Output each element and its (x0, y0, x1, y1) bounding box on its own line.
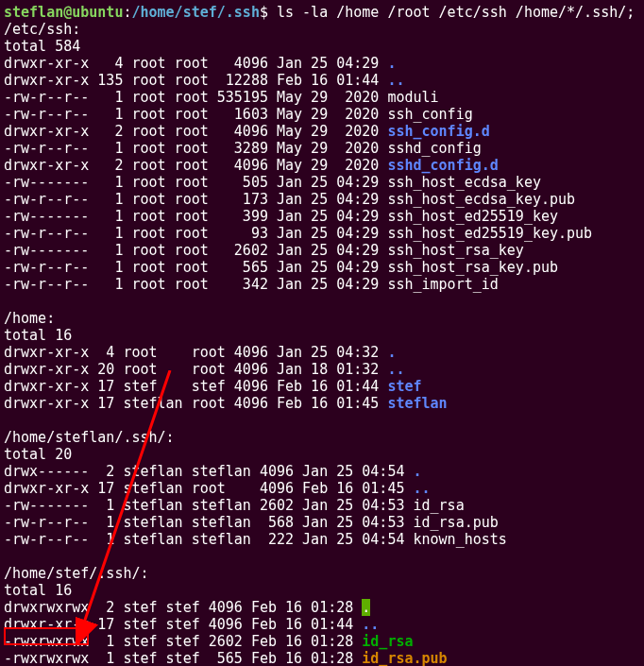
section-header: /home/steflan/.ssh/: (4, 429, 175, 446)
file-row: -rw-r--r-- 1 root root 565 Jan 25 04:29 (4, 259, 387, 276)
file-row: drwxrwxrwx 2 stef stef 4096 Feb 16 01:28 (4, 599, 362, 616)
file-name: ssh_host_ed25519_key (387, 208, 558, 225)
file-row: drwx------ 2 steflan steflan 4096 Jan 25… (4, 463, 413, 480)
file-row: -rwxrwxrwx 1 stef stef 565 Feb 16 01:28 (4, 650, 362, 666)
section-header: /home: (4, 310, 55, 327)
file-name: ssh_host_rsa_key (387, 242, 524, 259)
file-row: drwxr-xr-x 17 stef stef 4096 Feb 16 01:4… (4, 378, 387, 395)
file-name: ssh_host_rsa_key.pub (387, 259, 558, 276)
file-row: drwxr-xr-x 20 root root 4096 Jan 18 01:3… (4, 361, 387, 378)
file-row: drwxr-xr-x 4 root root 4096 Jan 25 04:32 (4, 344, 387, 361)
file-row: -rw-r--r-- 1 root root 342 Jan 25 04:29 (4, 276, 387, 293)
prompt-user: steflan@ubuntu (4, 4, 123, 21)
file-row: -rw-r--r-- 1 root root 535195 May 29 202… (4, 89, 387, 106)
file-name: ssh_config (387, 106, 472, 123)
prompt-path: /home/stef/.ssh (131, 4, 259, 21)
file-name: ssh_host_ecdsa_key (387, 174, 541, 191)
file-name: .. (387, 72, 404, 89)
file-name: .. (362, 616, 379, 633)
file-name: ssh_config.d (387, 123, 489, 140)
file-name: id_rsa.pub (413, 514, 498, 531)
command: ls -la /home /root /etc/ssh /home/*/.ssh… (277, 4, 635, 21)
file-row: -rw------- 1 root root 2602 Jan 25 04:29 (4, 242, 387, 259)
file-name: sshd_config.d (387, 157, 498, 174)
file-name: .. (387, 361, 404, 378)
file-row: drwxr-xr-x 2 root root 4096 May 29 2020 (4, 123, 387, 140)
file-name: steflan (387, 395, 447, 412)
section-total: total 20 (4, 446, 72, 463)
file-row: -rw-r--r-- 1 root root 1603 May 29 2020 (4, 106, 387, 123)
file-name: ssh_host_ecdsa_key.pub (387, 191, 575, 208)
section-total: total 584 (4, 38, 80, 55)
file-row: drwxr-xr-x 17 steflan root 4096 Feb 16 0… (4, 480, 413, 497)
file-name: . (362, 599, 370, 616)
file-row: drwxr-xr-x 17 steflan root 4096 Feb 16 0… (4, 395, 387, 412)
file-row: -rw-r--r-- 1 root root 93 Jan 25 04:29 (4, 225, 387, 242)
file-row: drwxr-xr-x 4 root root 4096 Jan 25 04:29 (4, 55, 387, 72)
section-total: total 16 (4, 582, 72, 599)
terminal-output: steflan@ubuntu:/home/stef/.ssh$ ls -la /… (4, 4, 640, 666)
file-name: .. (413, 480, 430, 497)
file-name: id_rsa.pub (362, 650, 447, 666)
file-name: . (387, 344, 396, 361)
file-name: . (413, 463, 421, 480)
file-row: -rwxrwxrwx 1 stef stef 2602 Feb 16 01:28 (4, 633, 362, 650)
section-header: /home/stef/.ssh/: (4, 565, 149, 582)
file-row: drwxr-xr-x 2 root root 4096 May 29 2020 (4, 157, 387, 174)
section-header: /etc/ssh: (4, 21, 80, 38)
file-name: id_rsa (362, 633, 413, 650)
file-row: -rw-r--r-- 1 root root 3289 May 29 2020 (4, 140, 387, 157)
file-name: ssh_host_ed25519_key.pub (387, 225, 592, 242)
file-row: drwxr-xr-x 135 root root 12288 Feb 16 01… (4, 72, 387, 89)
file-row: -rw-r--r-- 1 steflan steflan 568 Jan 25 … (4, 514, 413, 531)
file-row: -rw------- 1 root root 505 Jan 25 04:29 (4, 174, 387, 191)
section-total: total 16 (4, 327, 72, 344)
file-name: sshd_config (387, 140, 481, 157)
file-name: id_rsa (413, 497, 464, 514)
file-name: moduli (387, 89, 438, 106)
file-row: -rw-r--r-- 1 root root 173 Jan 25 04:29 (4, 191, 387, 208)
file-name: stef (387, 378, 421, 395)
file-row: -rw-r--r-- 1 steflan steflan 222 Jan 25 … (4, 531, 413, 548)
file-row: -rw------- 1 steflan steflan 2602 Jan 25… (4, 497, 413, 514)
file-name: known_hosts (413, 531, 506, 548)
file-row: -rw------- 1 root root 399 Jan 25 04:29 (4, 208, 387, 225)
file-row: drwxr-xr-x 17 stef stef 4096 Feb 16 01:4… (4, 616, 362, 633)
file-name: ssh_import_id (387, 276, 498, 293)
file-name: . (387, 55, 396, 72)
